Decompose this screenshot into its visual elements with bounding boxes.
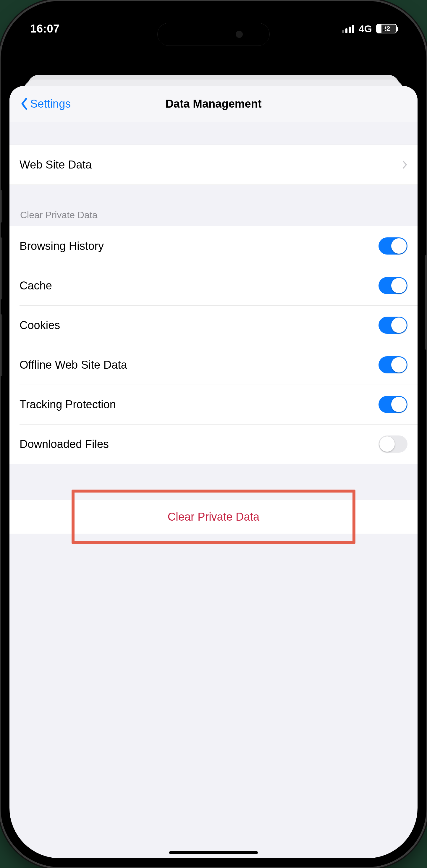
toggle-switch[interactable] [378, 277, 407, 294]
cellular-signal-icon [342, 24, 355, 33]
row-label: Offline Web Site Data [20, 359, 127, 371]
toggle-switch[interactable] [378, 356, 407, 373]
toggle-row-cookies: Cookies [9, 305, 418, 345]
web-site-data-section: Web Site Data [9, 145, 418, 185]
chevron-right-icon [402, 160, 407, 169]
screen: 16:07 4G 22 22 [9, 10, 418, 858]
volume-down-button [1, 314, 2, 376]
row-label: Browsing History [20, 240, 104, 252]
clear-private-data-label: Clear Private Data [167, 510, 260, 523]
page-title: Data Management [165, 98, 262, 110]
toggle-row-tracking-protection: Tracking Protection [9, 384, 418, 424]
dynamic-island [157, 23, 270, 46]
row-label: Web Site Data [20, 158, 92, 171]
clear-private-data-section: Browsing HistoryCacheCookiesOffline Web … [9, 226, 418, 464]
section-header-clear-private-data: Clear Private Data [9, 185, 418, 226]
home-indicator [169, 851, 258, 854]
volume-up-button [1, 238, 2, 300]
battery-icon: 22 22 [376, 24, 397, 33]
toggle-row-cache: Cache [9, 266, 418, 305]
toggle-switch[interactable] [378, 435, 407, 453]
settings-sheet: Settings Data Management Web Site Data C… [9, 86, 418, 858]
power-button [425, 255, 426, 350]
row-label: Tracking Protection [20, 398, 116, 411]
status-time: 16:07 [30, 23, 60, 35]
row-label: Downloaded Files [20, 438, 109, 451]
silence-switch [1, 190, 2, 223]
toggle-row-downloaded-files: Downloaded Files [9, 424, 418, 464]
toggle-row-offline-web-site-data: Offline Web Site Data [9, 345, 418, 384]
back-button-label: Settings [30, 98, 71, 110]
toggle-switch[interactable] [378, 396, 407, 413]
row-label: Cache [20, 279, 52, 292]
phone-frame: 16:07 4G 22 22 [1, 1, 426, 867]
network-type: 4G [359, 23, 372, 35]
toggle-switch[interactable] [378, 238, 407, 254]
web-site-data-row[interactable]: Web Site Data [9, 145, 418, 184]
toggle-row-browsing-history: Browsing History [9, 226, 418, 266]
clear-private-data-button[interactable]: Clear Private Data [9, 500, 418, 534]
toggle-switch[interactable] [378, 317, 407, 334]
back-button[interactable]: Settings [16, 86, 76, 122]
row-label: Cookies [20, 319, 60, 332]
chevron-left-icon [21, 98, 28, 110]
navigation-bar: Settings Data Management [9, 86, 418, 122]
